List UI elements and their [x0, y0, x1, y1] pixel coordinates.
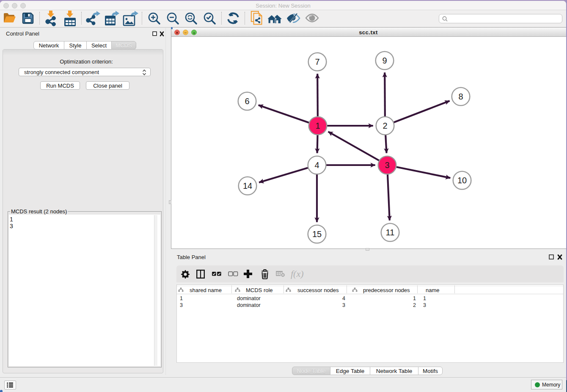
svg-text:1: 1 — [315, 121, 320, 130]
svg-text:9: 9 — [382, 56, 387, 65]
svg-text:6: 6 — [245, 97, 249, 106]
svg-text:11: 11 — [386, 228, 395, 237]
svg-text:14: 14 — [243, 181, 252, 190]
svg-text:10: 10 — [457, 176, 467, 185]
svg-text:f(x): f(x) — [291, 268, 304, 279]
svg-text:4: 4 — [314, 160, 319, 170]
svg-text:2: 2 — [383, 121, 387, 130]
svg-text:7: 7 — [315, 57, 319, 66]
svg-text:15: 15 — [312, 229, 322, 239]
svg-text:3: 3 — [385, 160, 389, 170]
svg-text:8: 8 — [458, 92, 463, 101]
